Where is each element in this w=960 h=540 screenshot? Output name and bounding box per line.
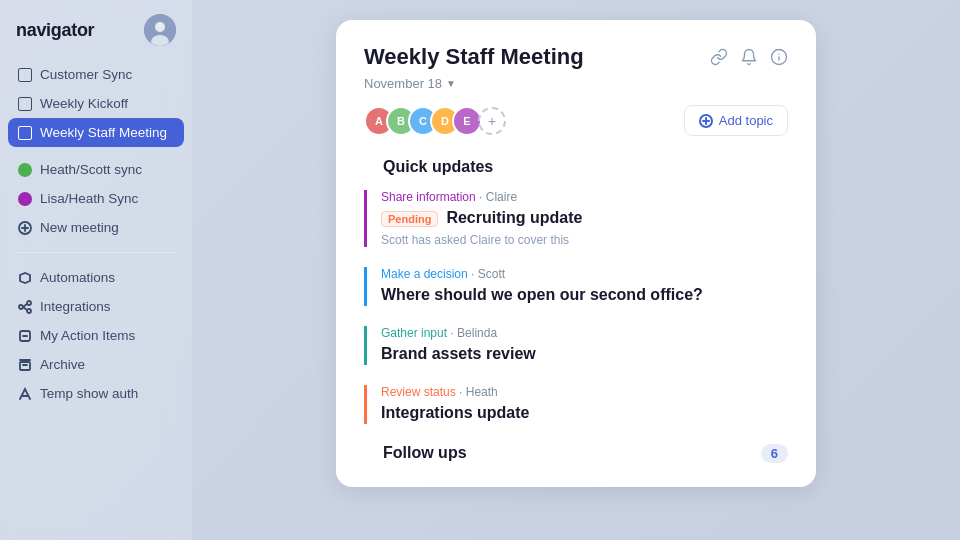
sidebar-item-label: Customer Sync [40,67,132,82]
svg-line-10 [23,307,27,310]
sidebar-item-label: Integrations [40,299,111,314]
meeting-title: Weekly Staff Meeting [364,44,584,70]
meeting-action-icons [710,48,788,66]
attendee-avatars: A B C D E + [364,106,506,136]
sidebar-item-integrations[interactable]: Integrations [8,292,184,321]
sidebar-item-my-action-items[interactable]: My Action Items [8,321,184,350]
sidebar-header: navigator [0,0,192,56]
topic-title: Where should we open our second office? [381,285,703,306]
topic-owner: · Claire [479,190,517,204]
app-logo: navigator [16,20,94,41]
sidebar-item-weekly-kickoff[interactable]: Weekly Kickoff [8,89,184,118]
section-title: Quick updates [364,158,788,176]
topic-type-label: Make a decision [381,267,468,281]
purple-dot-icon [18,192,32,206]
automations-icon [18,271,32,285]
plus-icon [699,114,713,128]
topic-item[interactable]: Gather input · Belinda Brand assets revi… [364,326,788,365]
svg-rect-13 [20,362,30,370]
topic-meta: Gather input · Belinda [381,326,788,340]
topic-title: Recruiting update [446,208,582,229]
sidebar-item-new-meeting[interactable]: New meeting [8,213,184,242]
date-chevron-icon: ▼ [446,78,456,89]
integrations-icon [18,300,32,314]
meeting-icon [18,68,32,82]
topic-meta: Review status · Heath [381,385,788,399]
sidebar-item-label: Automations [40,270,115,285]
attendees-row: A B C D E + Add topic [364,105,788,136]
sidebar-item-label: My Action Items [40,328,135,343]
topic-title-row: Integrations update [381,403,788,424]
topic-type-label: Review status [381,385,456,399]
info-icon[interactable] [770,48,788,66]
bell-icon[interactable] [740,48,758,66]
topic-item[interactable]: Share information · Claire Pending Recru… [364,190,788,247]
main-content: Weekly Staff Meeting [192,0,960,540]
follow-ups-section[interactable]: Follow ups 6 [364,444,788,463]
add-attendee-button[interactable]: + [478,107,506,135]
sidebar-item-label: Weekly Kickoff [40,96,128,111]
sidebar-item-label: Archive [40,357,85,372]
topic-title-row: Where should we open our second office? [381,285,788,306]
sidebar-item-label: Lisa/Heath Sync [40,191,138,206]
pending-badge: Pending [381,211,438,227]
new-meeting-icon [18,221,32,235]
meeting-icon [18,97,32,111]
sidebar-item-automations[interactable]: Automations [8,263,184,292]
topic-item[interactable]: Make a decision · Scott Where should we … [364,267,788,306]
meeting-card: Weekly Staff Meeting [336,20,816,487]
add-topic-label: Add topic [719,113,773,128]
topic-type-label: Share information [381,190,476,204]
quick-updates-section: Quick updates Share information · Claire… [364,158,788,423]
sidebar-item-label: Heath/Scott sync [40,162,142,177]
sidebar-item-lisa-heath[interactable]: Lisa/Heath Sync [8,184,184,213]
topic-meta: Make a decision · Scott [381,267,788,281]
meeting-header: Weekly Staff Meeting [364,44,788,70]
sidebar-item-heath-scott[interactable]: Heath/Scott sync [8,155,184,184]
topic-owner: · Scott [471,267,505,281]
follow-ups-count: 6 [761,444,788,463]
topic-title: Brand assets review [381,344,536,365]
sidebar-item-weekly-staff-meeting[interactable]: Weekly Staff Meeting [8,118,184,147]
sidebar-item-customer-sync[interactable]: Customer Sync [8,60,184,89]
personal-section: Heath/Scott sync Lisa/Heath Sync New mee… [0,151,192,246]
topic-meta: Share information · Claire [381,190,788,204]
follow-ups-title: Follow ups [383,444,467,462]
sidebar-item-temp-show-auth[interactable]: Temp show auth [8,379,184,408]
archive-icon [18,358,32,372]
topic-owner: · Belinda [450,326,497,340]
tools-section: Automations Integrations My [0,259,192,412]
add-topic-button[interactable]: Add topic [684,105,788,136]
sidebar-item-label: Weekly Staff Meeting [40,125,167,140]
meeting-icon [18,126,32,140]
topic-type-label: Gather input [381,326,447,340]
user-avatar[interactable] [144,14,176,46]
auth-icon [18,387,32,401]
sidebar-item-label: Temp show auth [40,386,138,401]
meetings-section: Customer Sync Weekly Kickoff Weekly Staf… [0,56,192,151]
topic-title-row: Brand assets review [381,344,788,365]
topic-subtitle: Scott has asked Claire to cover this [381,233,788,247]
topic-owner: · Heath [459,385,498,399]
action-items-icon [18,329,32,343]
sidebar-divider [16,252,176,253]
link-icon[interactable] [710,48,728,66]
topic-item[interactable]: Review status · Heath Integrations updat… [364,385,788,424]
sidebar-item-archive[interactable]: Archive [8,350,184,379]
topic-title: Integrations update [381,403,529,424]
green-dot-icon [18,163,32,177]
topic-title-row: Pending Recruiting update [381,208,788,229]
sidebar: navigator Customer Sync Weekly Kickoff W… [0,0,192,540]
sidebar-item-label: New meeting [40,220,119,235]
svg-point-1 [155,22,165,32]
meeting-date[interactable]: November 18 ▼ [364,76,788,91]
